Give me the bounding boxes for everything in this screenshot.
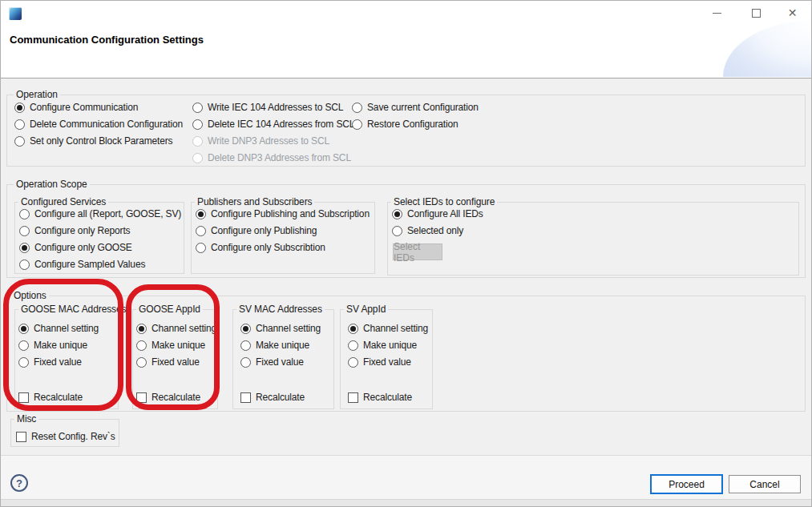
group-operation-scope-label: Operation Scope: [14, 179, 90, 190]
group-configured-services: Configured Services Configure all (Repor…: [14, 202, 184, 274]
group-goose-appid: GOOSE AppId Channel setting Make unique …: [132, 309, 218, 409]
radio-configure-only-subscription[interactable]: Configure only Subscribtion: [196, 240, 325, 255]
checkbox-label: Recalculate: [34, 392, 83, 403]
checkbox-icon: [240, 392, 251, 403]
radio-sv-mac-make-unique[interactable]: Make unique: [240, 338, 309, 352]
group-publishers-subscribers-label: Publishers and Subscribers: [195, 196, 314, 207]
radio-label: Save current Configuration: [367, 102, 479, 113]
radio-label: Delete DNP3 Addresses from SCL: [208, 152, 351, 163]
radio-label: Configure Sampled Values: [34, 259, 145, 270]
radio-goose-appid-channel-setting[interactable]: Channel setting: [136, 321, 216, 336]
radio-icon: [19, 209, 30, 219]
maximize-button[interactable]: [738, 1, 774, 25]
checkbox-sv-appid-recalculate[interactable]: Recalculate: [348, 390, 412, 404]
checkbox-icon: [348, 392, 358, 403]
group-goose-mac-addresses: GOOSE MAC Addresses Channel setting Make…: [14, 309, 119, 409]
radio-goose-appid-fixed-value[interactable]: Fixed value: [136, 355, 200, 369]
minimize-button[interactable]: [699, 1, 735, 25]
radio-write-iec104-addresses[interactable]: Write IEC 104 Addresses to SCL: [192, 100, 343, 115]
radio-icon: [392, 226, 402, 236]
radio-icon: [192, 119, 203, 130]
radio-label: Configure only GOOSE: [34, 242, 132, 253]
checkbox-goose-mac-recalculate[interactable]: Recalculate: [18, 390, 83, 404]
checkbox-sv-mac-recalculate[interactable]: Recalculate: [240, 390, 305, 404]
radio-icon: [348, 324, 358, 334]
group-goose-appid-label: GOOSE AppId: [136, 304, 203, 315]
group-configured-services-label: Configured Services: [18, 196, 108, 207]
radio-icon: [19, 260, 30, 270]
dialog-window: ✕ Communication Configuration Settings O…: [0, 0, 812, 507]
radio-selected-only[interactable]: Selected only: [392, 223, 463, 238]
page-title: Communication Configuration Settings: [10, 34, 204, 46]
radio-label: Configure only Reports: [34, 225, 130, 236]
group-options: Options GOOSE MAC Addresses Channel sett…: [6, 296, 806, 412]
radio-configure-only-goose[interactable]: Configure only GOOSE: [19, 240, 132, 255]
checkbox-label: Recalculate: [363, 392, 412, 403]
radio-configure-only-publishing[interactable]: Configure only Publishing: [196, 223, 317, 238]
radio-label: Fixed value: [34, 356, 82, 368]
checkbox-reset-config-revs[interactable]: Reset Config. Rev`s: [16, 429, 115, 444]
radio-delete-communication-configuration[interactable]: Delete Communication Configuration: [14, 117, 183, 131]
window-bottom-edge: [1, 499, 811, 507]
radio-delete-iec104-addresses[interactable]: Delete IEC 104 Adresses from SCL: [192, 117, 354, 131]
checkbox-icon: [18, 392, 29, 403]
radio-label: Channel setting: [363, 323, 428, 334]
group-operation: Operation Configure Communication Delete…: [6, 95, 806, 167]
radio-set-only-control-block-parameters[interactable]: Set only Control Block Parameters: [14, 134, 172, 148]
checkbox-goose-appid-recalculate[interactable]: Recalculate: [136, 390, 200, 404]
radio-sv-appid-make-unique[interactable]: Make unique: [348, 338, 417, 352]
radio-goose-mac-channel-setting[interactable]: Channel setting: [18, 321, 99, 336]
radio-delete-dnp3-addresses: Delete DNP3 Addresses from SCL: [192, 151, 351, 165]
checkbox-label: Recalculate: [256, 392, 305, 403]
radio-label: Restore Configuration: [367, 119, 459, 130]
dialog-header: ✕ Communication Configuration Settings: [1, 1, 811, 78]
radio-configure-only-reports[interactable]: Configure only Reports: [19, 223, 130, 238]
checkbox-icon: [136, 392, 147, 403]
app-icon: [9, 7, 22, 20]
radio-configure-communication[interactable]: Configure Communication: [14, 100, 138, 115]
maximize-icon: [752, 9, 761, 18]
radio-icon: [240, 340, 251, 351]
radio-icon: [240, 357, 251, 368]
help-icon: ?: [16, 477, 22, 489]
radio-sv-mac-channel-setting[interactable]: Channel setting: [240, 321, 321, 336]
group-sv-appid-label: SV AppId: [344, 304, 388, 315]
group-goose-mac-addresses-label: GOOSE MAC Addresses: [18, 304, 128, 315]
radio-goose-mac-fixed-value[interactable]: Fixed value: [18, 355, 82, 369]
radio-icon: [136, 324, 147, 334]
radio-goose-mac-make-unique[interactable]: Make unique: [18, 338, 87, 352]
checkbox-label: Recalculate: [151, 392, 200, 403]
proceed-button[interactable]: Proceed: [650, 474, 723, 494]
radio-configure-publishing-and-subscription[interactable]: Configure Publishing and Subscription: [196, 207, 370, 221]
radio-configure-all[interactable]: Configure all (Report, GOOSE, SV): [19, 207, 181, 221]
radio-label: Make unique: [34, 340, 87, 351]
radio-configure-all-ieds[interactable]: Configure All IEDs: [392, 207, 483, 221]
radio-label: Write IEC 104 Addresses to SCL: [208, 102, 343, 113]
radio-label: Configure all (Report, GOOSE, SV): [34, 208, 181, 219]
radio-label: Selected only: [407, 225, 463, 236]
radio-icon: [14, 136, 25, 147]
minimize-icon: [713, 13, 721, 14]
radio-label: Configure Communication: [30, 102, 138, 113]
radio-sv-mac-fixed-value[interactable]: Fixed value: [240, 355, 304, 369]
radio-label: Make unique: [363, 340, 417, 351]
help-button[interactable]: ?: [10, 474, 28, 492]
radio-sv-appid-fixed-value[interactable]: Fixed value: [348, 355, 411, 369]
radio-icon: [14, 103, 25, 113]
radio-restore-configuration[interactable]: Restore Configuration: [352, 117, 459, 131]
cancel-button[interactable]: Cancel: [729, 475, 801, 493]
radio-icon: [18, 340, 29, 351]
radio-icon: [19, 243, 30, 253]
radio-icon: [136, 340, 147, 351]
banner-swirl-decoration: [723, 21, 811, 77]
radio-configure-sampled-values[interactable]: Configure Sampled Values: [19, 257, 145, 272]
radio-icon: [196, 209, 206, 219]
checkbox-icon: [16, 432, 26, 442]
radio-label: Set only Control Block Parameters: [30, 135, 172, 147]
radio-sv-appid-channel-setting[interactable]: Channel setting: [348, 321, 428, 336]
radio-goose-appid-make-unique[interactable]: Make unique: [136, 338, 205, 352]
radio-save-current-configuration[interactable]: Save current Configuration: [352, 100, 479, 115]
radio-label: Fixed value: [151, 356, 200, 368]
checkbox-label: Reset Config. Rev`s: [31, 431, 115, 442]
group-operation-scope: Operation Scope Configured Services Conf…: [6, 184, 806, 278]
